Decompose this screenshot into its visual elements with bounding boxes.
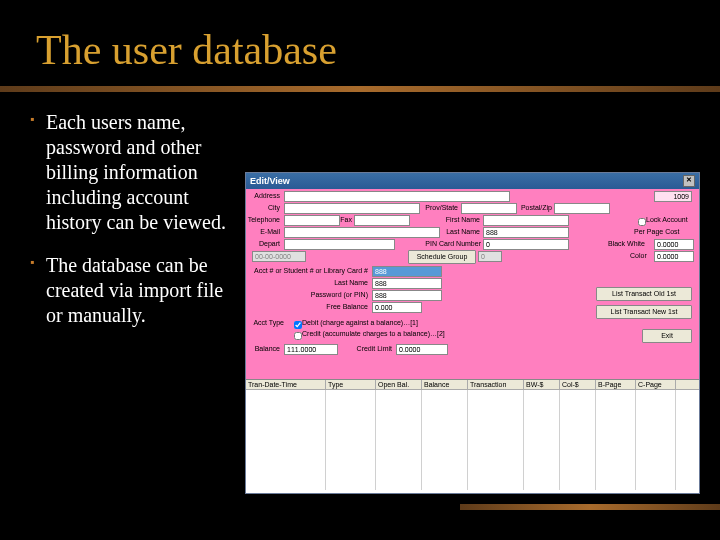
- record-id-badge: 1009: [654, 191, 692, 202]
- list-transact-old-button[interactable]: List Transact Old 1st: [596, 287, 692, 301]
- label-city: City: [246, 204, 280, 211]
- label-radio-debit: Debit (charge against a balance)…[1]: [302, 319, 418, 326]
- color-rate-field[interactable]: 0.0000: [654, 251, 694, 262]
- label-last-name2: Last Name: [306, 279, 368, 286]
- bullet-2: The database can be created via import f…: [30, 253, 230, 328]
- lock-account-checkbox[interactable]: [638, 218, 646, 226]
- label-lock-account: Lock Account: [646, 216, 688, 223]
- first-name-field[interactable]: [483, 215, 569, 226]
- footer-decor: [460, 504, 720, 510]
- city-field[interactable]: [284, 203, 420, 214]
- radio-debit[interactable]: [294, 321, 302, 329]
- label-telephone: Telephone: [246, 216, 280, 223]
- grid-col-4[interactable]: Balance: [422, 380, 468, 389]
- password-field[interactable]: 888: [372, 290, 442, 301]
- label-fax: Fax: [336, 216, 352, 223]
- address-field[interactable]: [284, 191, 510, 202]
- label-acct-type: Acct Type: [246, 319, 284, 326]
- label-prov: Prov/State: [418, 204, 458, 211]
- acct-number-field[interactable]: 888: [372, 266, 442, 277]
- form-area: 1009 Address City Prov/State Postal/Zip …: [246, 189, 699, 379]
- date-disabled-field: 00-00-0000: [252, 251, 306, 262]
- grid-col-5[interactable]: Transaction: [468, 380, 524, 389]
- label-balance: Balance: [246, 345, 280, 352]
- label-password: Password (or PIN): [294, 291, 368, 298]
- label-acct-student: Acct # or Student # or Library Card #: [246, 267, 368, 274]
- prov-field[interactable]: [461, 203, 517, 214]
- pin-card-field[interactable]: 0: [483, 239, 569, 250]
- list-transact-new-button[interactable]: List Transact New 1st: [596, 305, 692, 319]
- grid-col-1[interactable]: Tran-Date-Time: [246, 380, 326, 389]
- label-free-balance: Free Balance: [306, 303, 368, 310]
- label-postal: Postal/Zip: [514, 204, 552, 211]
- grid-col-3[interactable]: Open Bal.: [376, 380, 422, 389]
- last-name-field[interactable]: 888: [372, 278, 442, 289]
- label-address: Address: [246, 192, 280, 199]
- slide-root: The user database Each users name, passw…: [0, 0, 720, 540]
- postal-field[interactable]: [554, 203, 610, 214]
- grid-header-row: Tran-Date-Time Type Open Bal. Balance Tr…: [246, 380, 699, 390]
- transaction-grid[interactable]: Tran-Date-Time Type Open Bal. Balance Tr…: [246, 379, 699, 493]
- label-pin-card: PIN Card Number: [423, 240, 481, 247]
- grid-body: [246, 390, 699, 490]
- credit-limit-field[interactable]: 0.0000: [396, 344, 448, 355]
- label-per-page-cost: Per Page Cost: [634, 228, 680, 235]
- label-last-name-top: Last Name: [440, 228, 480, 235]
- schedule-group-value: 0: [478, 251, 502, 262]
- balance-field[interactable]: 111.0000: [284, 344, 338, 355]
- schedule-group-button[interactable]: Schedule Group: [408, 250, 476, 264]
- app-window: Edit/View ✕ 1009 Address City Prov/State…: [245, 172, 700, 494]
- last-name-top-field[interactable]: 888: [483, 227, 569, 238]
- telephone-field[interactable]: [284, 215, 340, 226]
- email-field[interactable]: [284, 227, 440, 238]
- grid-col-8[interactable]: B-Page: [596, 380, 636, 389]
- bullet-1: Each users name, password and other bill…: [30, 110, 230, 235]
- label-first-name: First Name: [440, 216, 480, 223]
- bullet-list: Each users name, password and other bill…: [30, 110, 230, 346]
- close-icon[interactable]: ✕: [683, 175, 695, 187]
- grid-col-6[interactable]: BW-$: [524, 380, 560, 389]
- label-email: E-Mail: [246, 228, 280, 235]
- exit-button[interactable]: Exit: [642, 329, 692, 343]
- label-depart: Depart: [246, 240, 280, 247]
- fax-field[interactable]: [354, 215, 410, 226]
- grid-col-2[interactable]: Type: [326, 380, 376, 389]
- radio-credit[interactable]: [294, 332, 302, 340]
- grid-col-9[interactable]: C-Page: [636, 380, 676, 389]
- bw-rate-field[interactable]: 0.0000: [654, 239, 694, 250]
- slide-title: The user database: [0, 0, 720, 82]
- window-title-text: Edit/View: [250, 176, 290, 186]
- label-bw: Black White: [608, 240, 645, 247]
- window-titlebar[interactable]: Edit/View ✕: [246, 173, 699, 189]
- label-credit-limit: Credit Limit: [348, 345, 392, 352]
- label-radio-credit: Credit (accumulate charges to a balance)…: [302, 330, 445, 337]
- grid-col-7[interactable]: Col-$: [560, 380, 596, 389]
- free-balance-field[interactable]: 0.000: [372, 302, 422, 313]
- label-color: Color: [630, 252, 647, 259]
- depart-field[interactable]: [284, 239, 395, 250]
